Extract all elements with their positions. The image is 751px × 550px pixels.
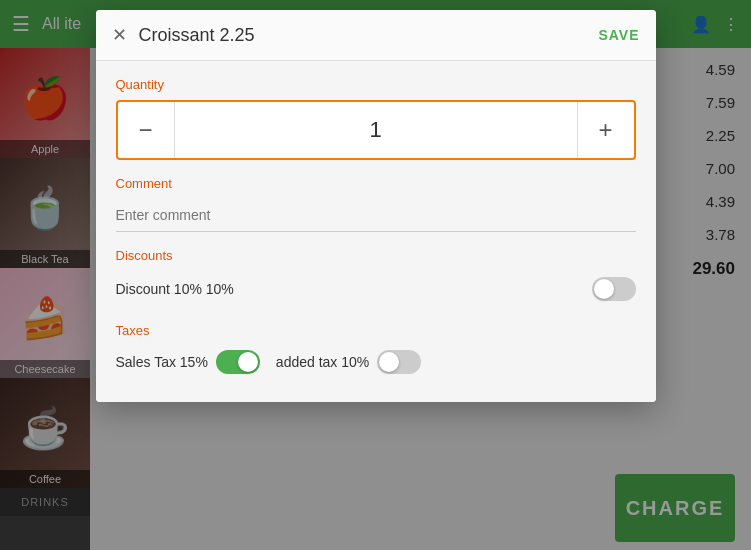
comment-label: Comment	[116, 176, 636, 191]
modal-close-icon[interactable]: ✕	[112, 24, 127, 46]
sales-tax-toggle[interactable]	[216, 350, 260, 374]
discount-toggle[interactable]	[592, 277, 636, 301]
modal-save-button[interactable]: SAVE	[598, 27, 639, 43]
sales-tax-toggle-knob	[238, 352, 258, 372]
quantity-minus-button[interactable]: −	[118, 102, 174, 158]
modal-header: ✕ Croissant 2.25 SAVE	[96, 10, 656, 61]
discounts-section: Discounts Discount 10% 10%	[116, 248, 636, 307]
discounts-label: Discounts	[116, 248, 636, 263]
modal: ✕ Croissant 2.25 SAVE Quantity − 1 + Com…	[96, 10, 656, 402]
modal-overlay: ✕ Croissant 2.25 SAVE Quantity − 1 + Com…	[0, 0, 751, 550]
taxes-label: Taxes	[116, 323, 636, 338]
discount-row: Discount 10% 10%	[116, 271, 636, 307]
added-tax-toggle[interactable]	[377, 350, 421, 374]
modal-title: Croissant 2.25	[139, 25, 599, 46]
added-tax-toggle-knob	[379, 352, 399, 372]
modal-body: Quantity − 1 + Comment Discounts Discoun…	[96, 61, 656, 402]
added-tax-label: added tax 10%	[276, 354, 369, 370]
comment-section: Comment	[116, 176, 636, 232]
quantity-label: Quantity	[116, 77, 636, 92]
discount-label: Discount 10% 10%	[116, 281, 592, 297]
quantity-box: − 1 +	[116, 100, 636, 160]
comment-input[interactable]	[116, 199, 636, 232]
quantity-value: 1	[174, 102, 578, 158]
taxes-section: Taxes Sales Tax 15% added tax 10%	[116, 323, 636, 378]
quantity-plus-button[interactable]: +	[578, 102, 634, 158]
discount-toggle-knob	[594, 279, 614, 299]
added-tax-item: added tax 10%	[276, 350, 421, 374]
taxes-row: Sales Tax 15% added tax 10%	[116, 346, 636, 378]
sales-tax-item: Sales Tax 15%	[116, 350, 260, 374]
sales-tax-label: Sales Tax 15%	[116, 354, 208, 370]
